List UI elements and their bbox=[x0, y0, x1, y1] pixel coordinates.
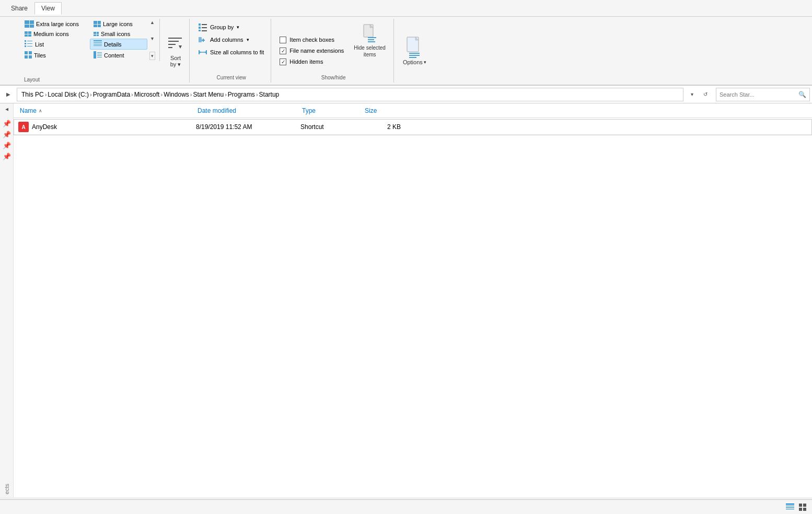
list-button[interactable]: List bbox=[21, 39, 89, 50]
col-size-label: Size bbox=[365, 107, 377, 114]
expand-nav-arrow[interactable]: ▲ bbox=[4, 107, 9, 112]
show-hide-label: Show/hide bbox=[273, 75, 393, 80]
item-check-boxes-checkbox[interactable] bbox=[280, 37, 286, 43]
large-icons-icon bbox=[94, 21, 101, 27]
col-name-sort: ∧ bbox=[39, 108, 42, 113]
add-columns-icon bbox=[199, 36, 207, 44]
share-tab-button[interactable]: Share bbox=[4, 2, 34, 15]
col-type-label: Type bbox=[302, 107, 316, 114]
small-icons-button[interactable]: Small icons bbox=[90, 29, 147, 39]
path-startup[interactable]: Startup bbox=[259, 91, 280, 98]
column-header-date[interactable]: Date modified bbox=[195, 107, 300, 114]
svg-rect-14 bbox=[94, 51, 96, 59]
svg-rect-27 bbox=[202, 27, 207, 28]
svg-rect-1 bbox=[27, 41, 32, 41]
svg-rect-25 bbox=[202, 24, 207, 25]
svg-rect-13 bbox=[29, 55, 32, 59]
path-sep-1: › bbox=[45, 91, 47, 98]
path-microsoft[interactable]: Microsoft bbox=[134, 91, 160, 98]
svg-rect-5 bbox=[27, 46, 32, 46]
file-row-anydesk[interactable]: A AnyDesk 8/19/2019 11:52 AM Shortcut 2 … bbox=[14, 120, 811, 135]
hidden-items-row[interactable]: Hidden items bbox=[277, 57, 346, 66]
svg-rect-34 bbox=[206, 50, 207, 54]
current-view-label: Current view bbox=[192, 75, 271, 80]
svg-rect-4 bbox=[25, 45, 26, 47]
svg-marker-36 bbox=[200, 51, 201, 53]
path-programs[interactable]: Programs bbox=[228, 91, 255, 98]
layout-scroll-controls[interactable]: ▲ ▼ ▾ bbox=[148, 19, 156, 61]
pin-icon-2[interactable]: 📌 bbox=[3, 131, 11, 138]
column-header-name[interactable]: Name ∧ bbox=[18, 107, 195, 114]
file-name-extensions-label: File name extensions bbox=[289, 48, 344, 54]
svg-rect-12 bbox=[25, 55, 28, 59]
path-windows[interactable]: Windows bbox=[164, 91, 189, 98]
svg-rect-17 bbox=[97, 55, 102, 56]
size-all-columns-label: Size all columns to fit bbox=[210, 49, 264, 55]
file-date-cell: 8/19/2019 11:52 AM bbox=[196, 123, 300, 131]
scroll-down-arrow[interactable]: ▼ bbox=[149, 36, 155, 41]
group-by-button[interactable]: Group by ▾ bbox=[196, 21, 266, 33]
search-input[interactable] bbox=[720, 91, 798, 98]
pin-icon-3[interactable]: 📌 bbox=[3, 142, 11, 149]
large-icons-status-button[interactable] bbox=[797, 502, 808, 512]
svg-rect-0 bbox=[25, 40, 26, 42]
extra-large-icons-label: Extra large icons bbox=[36, 21, 79, 27]
hide-selected-items-button[interactable]: Hide selecteditems bbox=[350, 21, 389, 80]
ribbon: Extra large icons Large icons bbox=[0, 17, 812, 86]
content-button[interactable]: Content bbox=[90, 50, 147, 61]
details-button[interactable]: Details bbox=[90, 39, 147, 50]
group-by-label: Group by bbox=[210, 24, 234, 30]
path-local-disk[interactable]: Local Disk (C:) bbox=[48, 91, 89, 98]
svg-rect-8 bbox=[94, 44, 102, 44]
small-icons-label: Small icons bbox=[101, 31, 130, 37]
col-name-label: Name bbox=[20, 107, 37, 114]
scroll-up-arrow[interactable]: ▲ bbox=[149, 20, 155, 25]
path-dropdown-button[interactable]: ▾ bbox=[686, 88, 698, 101]
address-actions: ▾ ↺ bbox=[686, 88, 712, 101]
sort-by-label2: by ▾ bbox=[170, 61, 181, 68]
file-name-extensions-row[interactable]: File name extensions bbox=[277, 46, 346, 55]
status-bar bbox=[0, 499, 812, 514]
col-date-label: Date modified bbox=[198, 107, 236, 114]
path-sep-6: › bbox=[225, 91, 227, 98]
medium-icons-button[interactable]: Medium icons bbox=[21, 29, 89, 39]
file-name-extensions-checkbox[interactable] bbox=[280, 48, 286, 54]
svg-rect-6 bbox=[94, 40, 102, 41]
hidden-items-checkbox[interactable] bbox=[280, 59, 286, 65]
tiles-icon bbox=[25, 51, 32, 60]
column-headers: Name ∧ Date modified Type Size bbox=[14, 103, 812, 118]
sort-by-button[interactable]: Sort by ▾ bbox=[162, 19, 190, 83]
scroll-more-arrow[interactable]: ▾ bbox=[149, 52, 155, 60]
list-label: List bbox=[35, 41, 44, 48]
view-tab-button[interactable]: View bbox=[34, 2, 62, 15]
options-icon bbox=[405, 36, 424, 59]
file-name-cell: A AnyDesk bbox=[18, 122, 196, 132]
path-sep-5: › bbox=[190, 91, 192, 98]
svg-rect-29 bbox=[202, 30, 207, 31]
details-view-status-button[interactable] bbox=[785, 502, 795, 512]
svg-rect-7 bbox=[94, 42, 102, 43]
column-header-type[interactable]: Type bbox=[300, 107, 363, 114]
options-button[interactable]: Options ▾ bbox=[396, 19, 433, 83]
pin-icon-1[interactable]: 📌 bbox=[3, 120, 11, 127]
size-all-columns-button[interactable]: Size all columns to fit bbox=[196, 46, 266, 59]
path-programdata[interactable]: ProgramData bbox=[93, 91, 130, 98]
path-start-menu[interactable]: Start Menu bbox=[193, 91, 224, 98]
small-icons-icon bbox=[94, 32, 99, 36]
pin-icon-4[interactable]: 📌 bbox=[3, 153, 11, 160]
path-this-pc[interactable]: This PC bbox=[21, 91, 44, 98]
search-box[interactable]: 🔍 bbox=[716, 88, 810, 101]
column-header-size[interactable]: Size bbox=[363, 107, 404, 114]
collapse-nav-button[interactable]: ▶ bbox=[2, 88, 15, 101]
svg-rect-3 bbox=[27, 43, 32, 44]
empty-space bbox=[14, 136, 812, 497]
address-path[interactable]: This PC › Local Disk (C:) › ProgramData … bbox=[17, 88, 683, 101]
item-check-boxes-row[interactable]: Item check boxes bbox=[277, 36, 346, 44]
extra-large-icons-button[interactable]: Extra large icons bbox=[21, 19, 89, 29]
tiles-button[interactable]: Tiles bbox=[21, 50, 89, 61]
current-view-group: Group by ▾ Add columns ▾ Size all column… bbox=[192, 19, 271, 83]
group-by-icon bbox=[199, 23, 207, 31]
large-icons-button[interactable]: Large icons bbox=[90, 19, 147, 29]
add-columns-button[interactable]: Add columns ▾ bbox=[196, 33, 266, 46]
refresh-button[interactable]: ↺ bbox=[699, 88, 712, 101]
